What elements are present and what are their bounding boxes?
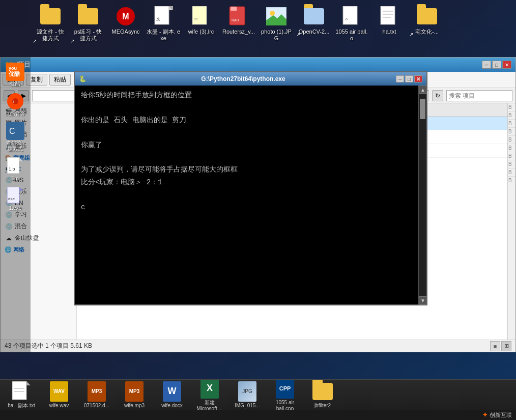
desktop-icon-ps[interactable]: ps练习 - 快 捷方式 [70,4,106,44]
taskbar-item-wife-docx[interactable]: W wife.docx [155,380,189,410]
desktop-icons-top: 源文件 - 快 捷方式 ps练习 - 快 捷方式 M MEGAsync [31,0,516,48]
svg-text:RAR: RAR [232,18,239,22]
desktop-icon-ha-txt[interactable]: ha.txt [371,4,407,37]
console-title: G:\Python27bit64\python.exe [201,75,285,82]
svg-text:1.o: 1.o [9,166,15,172]
console-line-2: 你出的是 石头 电脑出的是 剪刀 [81,115,412,126]
svg-rect-33 [12,381,26,400]
svg-point-12 [270,11,275,16]
scroll-up-button[interactable]: ▲ [419,86,426,94]
svg-marker-28 [19,157,23,161]
wav-icon: WAV [50,381,68,402]
view-toggle-1[interactable]: ≡ [490,341,500,351]
excel-icon: X [200,380,219,399]
desktop-icon-wife-lrc[interactable]: lrc wife (3).lrc [183,4,219,37]
file-manager-titlebar: 📁 项目 ─ □ ✕ [1,58,515,72]
status-selected: 选中 1 个项目 5.61 KB [32,342,92,350]
console-body[interactable]: 给你5秒的时间把手放到方框的位置 你出的是 石头 电脑出的是 剪刀 你赢了 为了… [75,86,418,304]
maximize-button[interactable]: □ [492,61,501,69]
word-icon: W [163,381,181,402]
desktop-icon-1055-o[interactable]: .o 1055 air ball.o [334,4,369,44]
desktop-icon-sources[interactable]: 源文件 - 快 捷方式 [33,4,68,44]
paste-button[interactable]: 粘贴 [49,74,71,86]
taskbar-item-wife-wav[interactable]: WAV wife.wav [42,380,76,410]
right-column: B B B B B B B B B B [507,103,515,340]
scrollbar-thumb[interactable] [420,99,425,119]
svg-text:you: you [9,66,17,71]
taskbar-item-1055-cpp[interactable]: CPP 1055 airball.cpp [268,380,302,410]
close-button[interactable]: ✕ [502,61,511,69]
svg-rect-15 [381,6,395,24]
console-window-buttons: ─ □ ✕ [396,75,422,82]
desktop-icon-zhai[interactable]: 宅文化-... [409,4,445,37]
svg-rect-6 [192,6,207,24]
minimize-button[interactable]: ─ [482,61,491,69]
desktop-icon-routersz[interactable]: RAR Routersz_v... [221,4,256,37]
system-tray: ✦ 创新互联 [0,410,516,420]
svg-text:♪: ♪ [12,99,15,104]
scroll-down-button[interactable]: ▼ [419,296,426,304]
console-scrollbar[interactable]: ▲ ▼ [418,86,426,304]
taskbar-item-ha[interactable]: ha - 副本.txt [4,380,39,410]
console-line-3 [81,127,412,138]
svg-text:C: C [9,127,15,135]
console-line-7: 比分<玩家：电脑＞ 2：1 [81,177,412,188]
file-1exe-icon[interactable]: exe 1.exe [2,185,28,213]
scrollbar-track [419,94,426,296]
desktop-icon-mega[interactable]: M MEGAsync [108,4,144,37]
chaerde-icon[interactable]: C 查尔德 -捷方式 [2,120,28,154]
console-window: 🐍 G:\Python27bit64\python.exe ─ □ ✕ 给你5秒… [74,71,427,305]
console-close-button[interactable]: ✕ [414,75,422,82]
taskbar-item-jbfilter2[interactable]: jbfilter2 [305,380,340,410]
svg-text:M: M [122,12,129,21]
folder-icon-lg [312,383,333,400]
console-titlebar: 🐍 G:\Python27bit64\python.exe ─ □ ✕ [75,72,426,86]
svg-text:文: 文 [156,17,160,21]
view-toggle-2[interactable]: ⊞ [501,341,511,351]
desktop-icon-water[interactable]: 文 水墨 - 副本. exe [146,4,181,44]
console-line-6: 为了减少误判，请尽可能将手占据尽可能大的框框 [81,164,412,175]
left-icons-panel: you 优酷 优酷 ♪ 优酷音客 C [0,57,31,352]
titlebar-buttons: ─ □ ✕ [482,61,511,69]
svg-text:exe: exe [8,197,15,201]
console-line-4: 你赢了 [81,139,412,151]
svg-rect-2 [155,6,169,24]
desktop-icon-photo[interactable]: photo (1).JPG [259,4,294,44]
desktop-icon-opencv2[interactable]: OpenCV-2... [296,4,332,37]
mp3-icon-1: MP3 [88,381,106,402]
taskbar-item-new-ms[interactable]: X 新建Microsoft ... [192,380,227,410]
svg-marker-34 [26,381,31,385]
svg-rect-9 [231,7,237,11]
console-maximize-button[interactable]: □ [405,75,413,82]
taskbar-item-071502[interactable]: MP3 071502.d... [79,380,114,410]
taskbar: ha - 副本.txt WAV wife.wav MP3 071502.d...… [0,379,516,420]
file-1o-icon[interactable]: 1.o 1.o [2,156,28,183]
file-statusbar: 43 个项目 选中 1 个项目 5.61 KB ≡ ⊞ [1,340,515,352]
jpg-icon: JPG [238,381,256,402]
svg-text:.o: .o [345,17,348,21]
console-line-1 [81,102,412,113]
search-input[interactable] [446,90,512,101]
youku-logo-icon[interactable]: you 优酷 优酷 [2,61,28,89]
tray-text: 创新互联 [490,411,512,419]
svg-rect-13 [343,6,357,24]
svg-marker-31 [19,187,23,191]
mp3-icon-2: MP3 [125,381,144,402]
cpp-icon: CPP [276,380,294,399]
taskbar-item-wife-mp3[interactable]: MP3 wife.mp3 [117,380,152,410]
svg-text:优酷: 优酷 [8,71,20,77]
console-line-0: 给你5秒的时间把手放到方框的位置 [81,90,412,101]
console-line-9: c [81,202,412,213]
taskbar-item-img015[interactable]: JPG IMG_015... [230,380,265,410]
console-line-5 [81,152,412,163]
taskbar-items: ha - 副本.txt WAV wife.wav MP3 071502.d...… [0,380,516,410]
tray-logo-icon: ✦ [482,411,488,418]
refresh-button[interactable]: ↻ [432,90,443,101]
desktop: 源文件 - 快 捷方式 ps练习 - 快 捷方式 M MEGAsync [0,0,516,420]
console-line-8 [81,189,412,200]
console-minimize-button[interactable]: ─ [396,75,404,82]
youku-music-icon[interactable]: ♪ 优酷音客 [2,91,28,118]
svg-text:lrc: lrc [194,17,198,21]
